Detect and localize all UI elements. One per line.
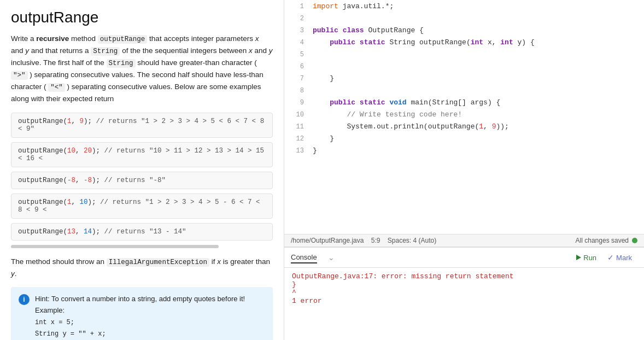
ex2-method: outputRange( [18,147,67,155]
description: Write a recursive method outputRange tha… [11,33,273,105]
console-line-3: ^ [292,289,636,297]
cursor-pos: 5:9 [371,237,380,244]
ex4-arg1: 1 [67,198,72,206]
run-triangle-icon [576,255,581,260]
code-line-13: 13 } [284,146,644,159]
ex3-close: ); [92,177,104,184]
line-num-4: 4 [289,38,304,46]
saved-label: All changes saved [576,237,629,244]
hint-line1: int x = 5; [35,319,74,326]
ex1-arg1: 1 [67,118,72,125]
ex4-comma: , [72,198,80,206]
example-1: outputRange(1, 9); // returns "1 > 2 > 3… [11,113,273,138]
spaces-label: Spaces: 4 (Auto) [388,237,436,244]
ex3-comma: , [75,177,84,184]
chevron-down-icon: ⌄ [328,253,335,262]
method-name-inline: outputRange [98,35,148,44]
file-path: /home/OutputRange.java 5:9 Spaces: 4 (Au… [291,237,436,244]
line-content-11: System.out.println(outputRange(1, 9)); [313,122,509,131]
hint-example-label: Example: [35,306,65,314]
ex2-arg1: 10 [67,147,75,155]
line-content-13: } [313,146,317,155]
example-3: outputRange(-8, -8); // returns "-8" [11,172,273,189]
status-bar: /home/OutputRange.java 5:9 Spaces: 4 (Au… [284,234,644,247]
right-panel: 1 import java.util.*; 2 3 public class O… [284,0,644,340]
line-num-5: 5 [289,50,304,58]
ex4-arg2: 10 [80,198,88,206]
gt-char: ">" [11,71,28,80]
console-output: OutputRange.java:17: error: missing retu… [284,268,644,340]
saved-status: All changes saved [576,237,637,244]
line-content-1: import java.util.*; [313,2,394,10]
ex4-close: ); [88,198,101,206]
line-content-10: // Write testing code here! [313,110,462,119]
line-num-7: 7 [289,74,304,83]
ex1-arg2: 9 [80,118,84,125]
line-content-9: public static void main(String[] args) { [313,98,500,107]
line-content-12: } [313,134,334,143]
ex5-method: outputRange( [18,228,67,236]
hint-title: Hint: To convert a number into a string,… [35,295,245,303]
ex2-close: ); [92,147,104,155]
console-tab[interactable]: Console [291,252,317,263]
code-line-12: 12 } [284,134,644,146]
page-title: outputRange [11,9,273,26]
console-header: Console ⌄ Run ✓ Mark [284,248,644,268]
ex5-arg2: 14 [84,228,92,236]
ex5-comma: , [75,228,84,236]
ex1-comma1: , [72,118,80,125]
line-num-1: 1 [289,2,304,10]
hint-content: Hint: To convert a number into a string,… [35,294,245,339]
ex3-arg2: -8 [84,177,92,184]
line-num-11: 11 [289,122,304,131]
code-line-11: 11 System.out.println(outputRange(1, 9))… [284,122,644,134]
console-line-4: 1 error [292,297,636,305]
left-panel: outputRange Write a recursive method out… [0,0,284,340]
code-line-4: 4 public static String outputRange(int x… [284,38,644,50]
scrollbar[interactable] [11,245,219,248]
lt-char: "<" [48,83,65,92]
ex3-comment: // returns "-8" [104,177,166,184]
after-description: The method should throw an IllegalArgume… [11,256,273,280]
code-line-9: 9 public static void main(String[] args)… [284,98,644,110]
exception-code: IllegalArgumentException [107,258,209,267]
console-line-2: } [292,280,636,289]
ex4-method: outputRange( [18,198,67,206]
string-type2: String [107,59,136,68]
hint-icon: i [19,294,30,305]
console-line-1: OutputRange.java:17: error: missing retu… [292,272,636,280]
code-line-10: 10 // Write testing code here! [284,110,644,122]
recursive-bold: recursive [36,34,69,43]
line-num-9: 9 [289,98,304,107]
example-4: outputRange(1, 10); // returns "1 > 2 > … [11,194,273,219]
line-content-4: public static String outputRange(int x, … [313,38,535,46]
line-num-3: 3 [289,26,304,34]
ex2-comma: , [75,147,84,155]
example-5: outputRange(13, 14); // returns "13 - 14… [11,223,273,241]
run-label: Run [583,254,596,262]
ex3-arg1: -8 [67,177,75,184]
saved-dot-icon [632,238,637,243]
string-type: String [91,47,120,56]
ex5-arg1: 13 [67,228,75,236]
code-editor[interactable]: 1 import java.util.*; 2 3 public class O… [284,0,644,234]
code-line-3: 3 public class OutputRange { [284,26,644,38]
ex3-method: outputRange( [18,177,67,184]
hint-line2: String y = "" + x; [35,330,106,338]
ex5-comment: // returns "13 - 14" [104,228,186,236]
code-line-1: 1 import java.util.*; [284,2,644,14]
run-button[interactable]: Run [571,251,602,264]
code-line-7: 7 } [284,74,644,86]
file-path-text: /home/OutputRange.java [291,237,364,244]
ex1-method: outputRange( [18,118,67,125]
ex1-close1: ); [84,118,96,125]
hint-box: i Hint: To convert a number into a strin… [11,287,273,340]
example-2: outputRange(10, 20); // returns "10 > 11… [11,142,273,167]
line-num-6: 6 [289,62,304,71]
ex5-close: ); [92,228,104,236]
line-num-10: 10 [289,110,304,119]
mark-button[interactable]: ✓ Mark [602,251,637,264]
line-content-3: public class OutputRange { [313,26,424,34]
line-num-2: 2 [289,14,304,22]
ex2-arg2: 20 [84,147,92,155]
